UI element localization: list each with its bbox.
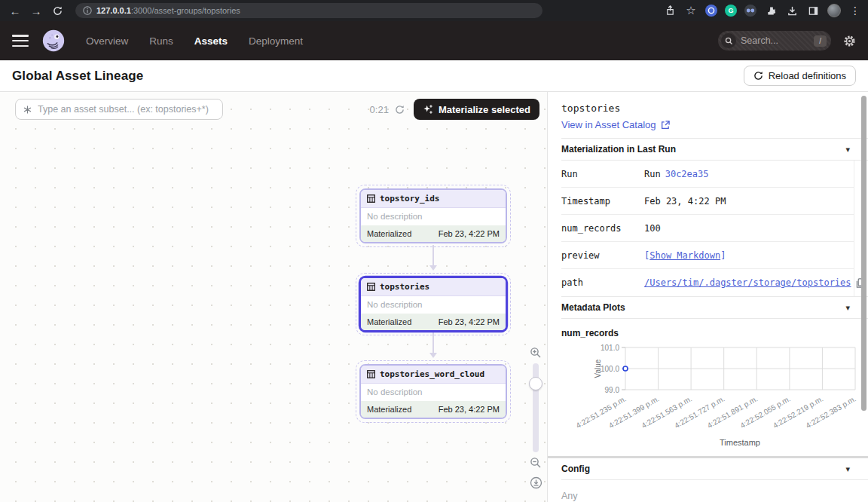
table-icon xyxy=(367,194,375,203)
browser-reload-button[interactable] xyxy=(48,2,66,19)
materialize-selected-button[interactable]: Materialize selected xyxy=(414,99,539,120)
page-header: Global Asset Lineage Reload definitions xyxy=(0,60,868,92)
x-axis-label: Timestamp xyxy=(720,438,760,447)
browser-back-button[interactable]: ← xyxy=(6,2,24,19)
table-icon xyxy=(367,283,375,291)
address-bar[interactable]: 127.0.0.1:3000/asset-groups/topstories xyxy=(75,3,542,18)
downloads-icon[interactable] xyxy=(785,4,799,17)
edge-topstory_ids-topstories xyxy=(432,245,434,269)
asset-filter-input-wrap[interactable] xyxy=(15,99,223,120)
collapse-caret-icon[interactable]: ▾ xyxy=(845,303,850,313)
collapse-caret-icon[interactable]: ▾ xyxy=(845,464,850,474)
settings-gear-icon[interactable] xyxy=(843,35,856,47)
node-materialization-status: Materialized Feb 23, 4:22 PM xyxy=(361,314,506,330)
reload-icon xyxy=(53,6,63,16)
section-metadata-plots[interactable]: Metadata Plots ▾ xyxy=(561,296,868,319)
materialization-metadata-table: Run Run 30c2ea35 Timestamp Feb 23, 4:22 … xyxy=(561,161,854,296)
view-in-asset-catalog-link[interactable]: View in Asset Catalog xyxy=(561,119,868,130)
y-axis-label: Value xyxy=(594,359,602,378)
run-id-link[interactable]: 30c2ea35 xyxy=(665,169,709,179)
hamburger-menu-icon[interactable] xyxy=(12,35,29,47)
edge-topstories-word_cloud xyxy=(432,332,434,357)
asset-graph-pane[interactable]: 0:21 Materialize selected topstory_ids N… xyxy=(0,92,547,502)
zoom-to-fit-icon[interactable] xyxy=(528,475,543,490)
section-materialization[interactable]: Materialization in Last Run ▾ xyxy=(561,138,868,161)
share-icon[interactable] xyxy=(663,4,677,17)
table-icon xyxy=(367,370,375,378)
graph-refresh-timer: 0:21 xyxy=(370,104,405,115)
data-point[interactable] xyxy=(623,366,628,371)
extension-icon-goggles[interactable] xyxy=(744,5,756,17)
plot-title: num_records xyxy=(561,319,868,340)
collapse-caret-icon[interactable]: ▾ xyxy=(845,145,850,155)
page-title: Global Asset Lineage xyxy=(12,69,143,84)
table-row: Run Run 30c2ea35 xyxy=(561,161,854,188)
panel-scrollbar[interactable] xyxy=(861,96,866,411)
sidebar-toggle-icon[interactable] xyxy=(806,4,820,17)
asset-filter-input[interactable] xyxy=(38,104,215,115)
panel-asset-name: topstories xyxy=(561,103,868,114)
y-tick: 99.0 xyxy=(605,386,620,394)
nav-item-runs[interactable]: Runs xyxy=(149,35,173,47)
zoom-out-icon[interactable] xyxy=(528,455,543,470)
asset-graph-icon xyxy=(23,105,32,115)
extension-icon-grammarly[interactable]: G xyxy=(725,5,737,17)
y-tick: 101.0 xyxy=(601,344,619,352)
refresh-icon[interactable] xyxy=(395,105,405,115)
browser-toolbar: ← → 127.0.0.1:3000/asset-groups/topstori… xyxy=(0,0,868,21)
section-config[interactable]: Config ▾ xyxy=(561,458,868,480)
zoom-slider-handle[interactable] xyxy=(529,377,542,390)
reload-definitions-button[interactable]: Reload definitions xyxy=(744,66,856,86)
dagster-logo[interactable] xyxy=(41,28,66,54)
extension-icon-1password[interactable] xyxy=(705,5,717,17)
node-description: No description xyxy=(361,296,506,314)
browser-menu-icon[interactable]: ⋮ xyxy=(848,4,862,17)
show-markdown-link[interactable]: Show Markdown xyxy=(649,250,720,261)
global-search[interactable]: / xyxy=(718,31,831,51)
extensions-puzzle-icon[interactable] xyxy=(764,4,778,17)
url-text[interactable]: 127.0.0.1:3000/asset-groups/topstories xyxy=(96,6,240,15)
nav-item-overview[interactable]: Overview xyxy=(86,35,128,47)
browser-profile-avatar[interactable] xyxy=(827,4,841,17)
table-row: preview [Show Markdown] xyxy=(561,242,854,269)
node-materialization-status: Materialized Feb 23, 4:22 PM xyxy=(361,401,506,418)
nav-item-deployment[interactable]: Deployment xyxy=(249,35,303,47)
asset-node-topstories_word_cloud[interactable]: topstories_word_cloud No description Mat… xyxy=(359,364,507,419)
table-row: path /Users/tim/.dagster/storage/topstor… xyxy=(561,269,854,296)
node-description: No description xyxy=(361,208,506,225)
asset-node-topstories[interactable]: topstories No description Materialized F… xyxy=(359,277,507,332)
search-input[interactable] xyxy=(741,35,809,46)
search-shortcut-badge: / xyxy=(814,35,827,47)
site-info-icon[interactable] xyxy=(83,6,92,15)
zoom-slider[interactable] xyxy=(533,363,539,452)
materialize-sparkle-icon xyxy=(423,104,433,115)
nav-item-assets[interactable]: Assets xyxy=(194,35,228,47)
search-icon xyxy=(721,33,736,48)
primary-nav: Overview Runs Assets Deployment xyxy=(86,35,303,47)
app-navbar: Overview Runs Assets Deployment / xyxy=(0,21,868,60)
reload-icon xyxy=(753,71,763,81)
node-description: No description xyxy=(361,384,506,401)
zoom-in-icon[interactable] xyxy=(528,345,543,360)
path-link[interactable]: /Users/tim/.dagster/storage/topstories xyxy=(644,277,851,288)
config-value: Any xyxy=(561,480,868,502)
y-tick: 100.0 xyxy=(601,365,619,373)
asset-detail-panel: topstories View in Asset Catalog Materia… xyxy=(547,92,868,502)
table-row: Timestamp Feb 23, 4:22 PM xyxy=(561,188,854,215)
browser-forward-button[interactable]: → xyxy=(27,2,45,19)
node-materialization-status: Materialized Feb 23, 4:22 PM xyxy=(361,225,506,242)
asset-node-topstory_ids[interactable]: topstory_ids No description Materialized… xyxy=(359,188,507,243)
table-row: num_records 100 xyxy=(561,215,854,242)
external-link-icon xyxy=(661,121,670,130)
num-records-chart: 101.0 100.0 99.0 Value 4:22:51.235 p.m. … xyxy=(561,340,866,453)
bookmark-star-icon[interactable]: ☆ xyxy=(684,4,698,17)
